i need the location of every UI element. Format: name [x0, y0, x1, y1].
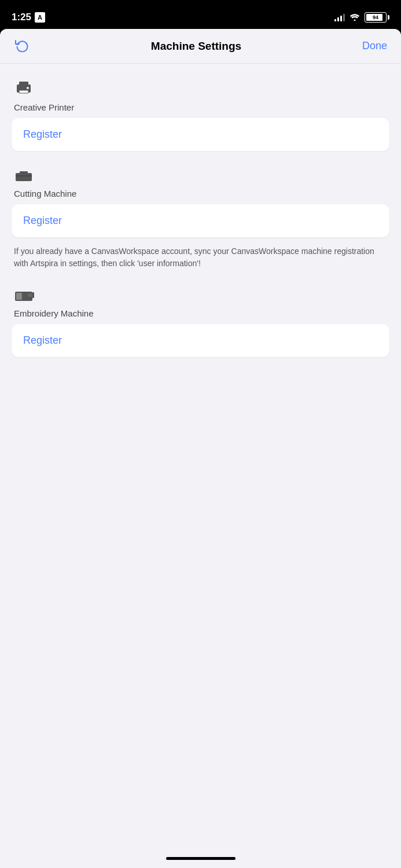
refresh-button[interactable]	[12, 36, 32, 57]
status-time: 1:25 A	[12, 12, 45, 23]
battery-level-text: 94	[365, 14, 386, 20]
nav-bar: Machine Settings Done	[0, 29, 401, 64]
creative-printer-register-button[interactable]: Register	[12, 118, 389, 151]
svg-rect-2	[19, 82, 28, 85]
content-area: Creative Printer Register	[0, 64, 401, 848]
creative-printer-label: Creative Printer	[14, 102, 74, 112]
page-title: Machine Settings	[151, 40, 241, 53]
creative-printer-section: Creative Printer Register	[12, 78, 389, 151]
svg-rect-7	[16, 175, 32, 176]
wifi-icon	[350, 13, 360, 23]
home-indicator	[0, 848, 401, 868]
creative-printer-register-label: Register	[23, 128, 62, 140]
cutting-machine-icon	[14, 167, 34, 186]
embroidery-machine-register-button[interactable]: Register	[12, 324, 389, 357]
embroidery-machine-label: Embroidery Machine	[14, 308, 94, 318]
done-button[interactable]: Done	[360, 36, 389, 56]
embroidery-machine-icon	[14, 286, 35, 306]
signal-icon	[334, 13, 345, 21]
clock: 1:25	[12, 12, 31, 23]
battery-icon: 94	[365, 12, 389, 23]
svg-rect-6	[20, 171, 28, 174]
status-right: 94	[334, 12, 389, 23]
svg-point-0	[354, 19, 356, 21]
svg-rect-11	[32, 292, 34, 298]
cutting-machine-register-button[interactable]: Register	[12, 204, 389, 237]
cutting-machine-info: If you already have a CanvasWorkspace ac…	[12, 245, 389, 270]
printer-icon	[14, 78, 34, 100]
cutting-machine-label: Cutting Machine	[14, 189, 76, 198]
embroidery-machine-register-label: Register	[23, 334, 62, 346]
svg-rect-3	[19, 90, 28, 93]
cutting-machine-register-label: Register	[23, 215, 62, 226]
refresh-icon	[15, 38, 29, 54]
status-bar: 1:25 A 94	[0, 0, 401, 29]
id-icon: A	[35, 12, 45, 23]
svg-rect-5	[16, 173, 32, 181]
svg-rect-9	[16, 293, 22, 300]
cutting-machine-section: Cutting Machine Register If you already …	[12, 167, 389, 270]
svg-point-4	[27, 87, 29, 89]
app-container: Machine Settings Done	[0, 29, 401, 868]
embroidery-machine-section: Embroidery Machine Register	[12, 286, 389, 357]
home-bar	[166, 857, 236, 860]
